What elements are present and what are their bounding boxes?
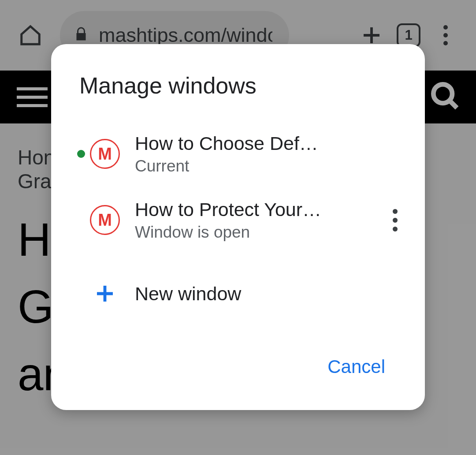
window-item-title: How to Protect Your Go…: [135, 199, 324, 220]
manage-windows-dialog: Manage windows M How to Choose Default ……: [51, 44, 425, 410]
cancel-button[interactable]: Cancel: [314, 348, 398, 385]
window-item-menu-icon[interactable]: [386, 209, 404, 231]
new-window-button[interactable]: New window: [51, 253, 425, 322]
plus-icon: [90, 279, 120, 309]
site-favicon-icon: M: [90, 139, 120, 169]
site-favicon-icon: M: [90, 205, 120, 235]
window-item[interactable]: M How to Protect Your Go… Window is open: [51, 187, 425, 253]
window-item-title: How to Choose Default …: [135, 133, 324, 154]
window-item-current[interactable]: M How to Choose Default … Current: [51, 121, 425, 187]
current-indicator-icon: [77, 150, 85, 158]
window-item-subtitle: Window is open: [135, 223, 386, 242]
new-window-label: New window: [135, 283, 241, 305]
window-item-subtitle: Current: [135, 157, 404, 175]
dialog-title: Manage windows: [51, 44, 425, 121]
